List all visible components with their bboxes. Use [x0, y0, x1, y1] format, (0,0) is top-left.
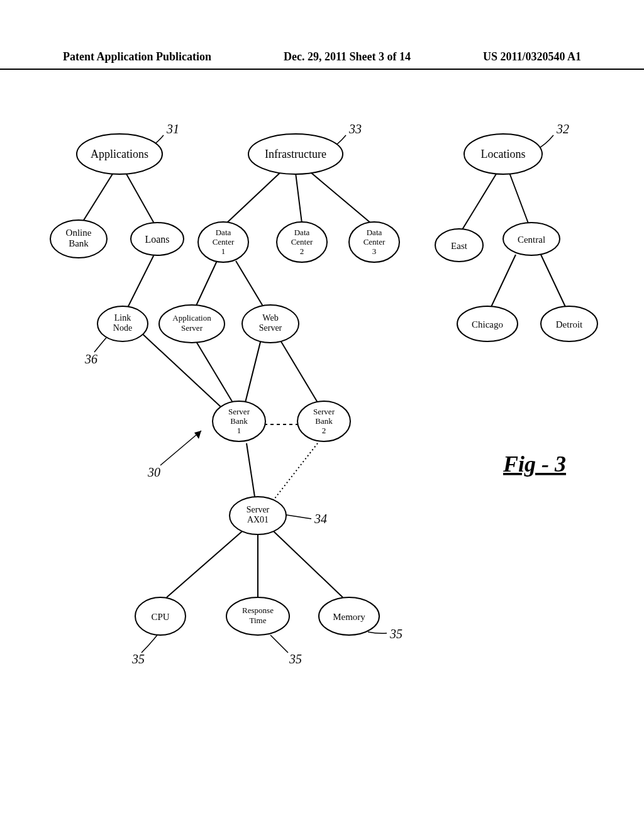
edge-dc1-appserver — [195, 261, 217, 308]
node-east-label: East — [451, 241, 468, 251]
node-central-label: Central — [518, 235, 545, 245]
node-applications-label: Applications — [91, 148, 148, 160]
node-locations: Locations — [464, 134, 542, 174]
node-response-time: Response Time — [226, 597, 289, 635]
figure-label: Fig - 3 — [502, 451, 566, 477]
node-detroit-label: Detroit — [556, 319, 583, 329]
page-header: Patent Application Publication Dec. 29, … — [0, 50, 644, 70]
node-chicago-label: Chicago — [472, 319, 503, 329]
node-sb2-l1: Server — [313, 407, 335, 416]
node-data-center-3: Data Center 3 — [349, 222, 399, 262]
node-cpu: CPU — [135, 597, 186, 635]
edge-loans-linknode — [126, 255, 154, 311]
node-dc3-l3: 3 — [372, 246, 377, 256]
node-data-center-2: Data Center 2 — [277, 222, 327, 262]
node-dc1-l1: Data — [216, 228, 231, 237]
node-link-node-label2: Node — [113, 323, 132, 333]
node-detroit: Detroit — [541, 306, 597, 341]
callout-35b — [270, 635, 288, 653]
edge-central-chicago — [491, 255, 516, 308]
ref-numerals: 31 33 32 34 35 35 35 36 30 — [84, 122, 569, 666]
node-webserver-l2: Server — [259, 323, 282, 333]
node-ax01-l1: Server — [247, 505, 270, 514]
edge-infra-dc1 — [226, 173, 280, 223]
callouts — [94, 135, 553, 653]
ref-36: 36 — [84, 352, 97, 366]
edge-server-memory — [274, 531, 343, 597]
node-infrastructure: Infrastructure — [248, 134, 343, 174]
node-dc3-l2: Center — [364, 237, 386, 246]
node-dc1-l3: 1 — [221, 246, 226, 256]
edge-appserver-sb1 — [195, 340, 233, 402]
callout-35a — [142, 635, 157, 653]
page: Patent Application Publication Dec. 29, … — [0, 0, 644, 830]
edge-linknode-serverbank1 — [138, 330, 230, 415]
node-locations-label: Locations — [481, 148, 526, 160]
node-dc2-l3: 2 — [300, 246, 304, 256]
edge-locations-central — [509, 173, 528, 223]
node-sb2-l3: 2 — [322, 426, 326, 435]
node-resptime-l1: Response — [242, 606, 274, 615]
ref-35c: 35 — [389, 627, 402, 641]
edge-webserver-sb1 — [245, 340, 261, 402]
edge-dc1-webserver — [236, 261, 264, 308]
callout-34 — [283, 514, 311, 519]
ref-32: 32 — [556, 122, 569, 136]
node-appserver-l1: Application — [172, 313, 211, 323]
node-webserver-l1: Web — [262, 313, 278, 323]
ref-30: 30 — [147, 465, 160, 479]
node-sb1-l2: Bank — [230, 416, 248, 426]
node-server-ax01: Server AX01 — [230, 497, 286, 534]
node-online-bank-label1: Online — [66, 228, 92, 238]
edge-sb2-serverax01-dotted — [274, 443, 318, 500]
dotted-edges — [274, 443, 318, 500]
edge-locations-east — [462, 173, 497, 230]
node-dc3-l1: Data — [367, 228, 382, 237]
edge-applications-onlinebank — [82, 173, 113, 223]
node-server-bank-1: Server Bank 1 — [213, 401, 265, 441]
node-appserver-l2: Server — [181, 323, 203, 333]
node-memory-label: Memory — [333, 612, 365, 622]
nodes-group: Applications Online Bank Loans Link — [50, 134, 597, 635]
edge-server-cpu — [167, 531, 242, 597]
edge-webserver-sb2 — [280, 340, 318, 402]
edge-central-detroit — [541, 255, 566, 308]
node-online-bank-label2: Bank — [69, 238, 89, 248]
node-chicago: Chicago — [457, 306, 518, 341]
edge-infra-dc2 — [296, 173, 302, 223]
figure-area: Applications Online Bank Loans Link — [0, 82, 644, 817]
node-central: Central — [503, 223, 560, 255]
node-link-node-label1: Link — [114, 313, 131, 323]
ref-35a: 35 — [131, 652, 145, 666]
header-center: Dec. 29, 2011 Sheet 3 of 14 — [284, 50, 411, 64]
ref-34: 34 — [314, 512, 327, 526]
node-sb1-l3: 1 — [237, 426, 242, 435]
node-applications: Applications — [77, 134, 162, 174]
node-data-center-1: Data Center 1 — [198, 222, 248, 262]
callout-35c — [368, 632, 387, 633]
node-link-node: Link Node — [97, 306, 148, 341]
node-online-bank: Online Bank — [50, 220, 107, 258]
node-dc2-l2: Center — [291, 237, 313, 246]
header-right: US 2011/0320540 A1 — [483, 50, 581, 64]
node-server-bank-2: Server Bank 2 — [297, 401, 350, 441]
node-loans: Loans — [131, 223, 184, 255]
header-left: Patent Application Publication — [63, 50, 211, 64]
arrow-30-head — [194, 431, 201, 439]
arrow-30-line — [160, 431, 201, 465]
node-resptime-l2: Time — [250, 616, 267, 625]
figure-label-group: Fig - 3 — [502, 451, 566, 477]
node-web-server: Web Server — [242, 305, 299, 343]
node-memory: Memory — [319, 597, 379, 635]
node-sb1-l1: Server — [228, 407, 250, 416]
node-loans-label: Loans — [145, 234, 169, 245]
diagram-svg: Applications Online Bank Loans Link — [0, 82, 644, 817]
ref-33: 33 — [348, 122, 362, 136]
node-cpu-label: CPU — [151, 612, 169, 622]
node-east: East — [435, 229, 483, 262]
edge-sb1-serverax01 — [247, 443, 255, 497]
node-ax01-l2: AX01 — [247, 515, 269, 524]
edge-applications-loans — [126, 173, 154, 223]
node-application-server: Application Server — [159, 305, 225, 343]
ref-31: 31 — [166, 122, 179, 136]
